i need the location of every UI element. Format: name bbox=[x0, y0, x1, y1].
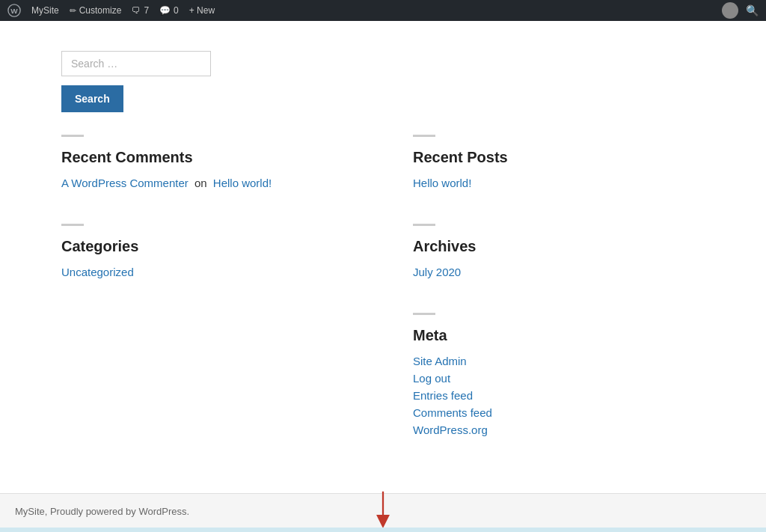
archives-title: Archives bbox=[413, 238, 705, 255]
comment-post-link[interactable]: Hello world! bbox=[213, 177, 272, 189]
bottom-bar: Terms and Conditions bbox=[0, 528, 766, 532]
widget-columns: Recent Comments A WordPress Commenter on… bbox=[61, 135, 705, 448]
recent-posts-title: Recent Posts bbox=[413, 149, 705, 166]
meta-link-2[interactable]: Entries feed bbox=[413, 389, 705, 402]
recent-post-link-0[interactable]: Hello world! bbox=[413, 177, 705, 189]
widget-divider-archives bbox=[413, 224, 435, 226]
meta-link-0[interactable]: Site Admin bbox=[413, 355, 705, 367]
meta-link-1[interactable]: Log out bbox=[413, 372, 705, 385]
search-icon[interactable]: 🔍 bbox=[746, 4, 759, 16]
admin-bar-comments[interactable]: 🗨 7 bbox=[132, 5, 149, 16]
admin-bar-wp-logo[interactable]: W bbox=[7, 4, 21, 17]
admin-bar-customize[interactable]: ✏ Customize bbox=[70, 5, 122, 16]
category-link-0[interactable]: Uncategorized bbox=[61, 266, 353, 278]
comment-entry: A WordPress Commenter on Hello world! bbox=[61, 177, 353, 189]
widget-divider-meta bbox=[413, 313, 435, 315]
search-input[interactable] bbox=[61, 51, 211, 76]
widget-divider-posts bbox=[413, 135, 435, 137]
arrow-icon bbox=[368, 490, 398, 528]
recent-posts-widget: Recent Posts Hello world! bbox=[413, 135, 705, 194]
search-button[interactable]: Search bbox=[61, 85, 123, 112]
arrow-annotation bbox=[368, 490, 398, 528]
admin-bar: W MySite ✏ Customize 🗨 7 💬 0 + New 🔍 bbox=[0, 0, 766, 21]
widget-divider-categories bbox=[61, 224, 84, 226]
footer-credit: MySite, Proudly powered by WordPress. bbox=[15, 506, 189, 517]
empty-widget bbox=[61, 313, 353, 441]
page-wrapper: Search Recent Comments A WordPress Comme… bbox=[0, 21, 766, 532]
meta-link-4[interactable]: WordPress.org bbox=[413, 424, 705, 436]
search-widget: Search bbox=[61, 51, 705, 112]
recent-comments-title: Recent Comments bbox=[61, 149, 353, 166]
on-text: on bbox=[194, 177, 207, 189]
meta-widget: Meta Site Admin Log out Entries feed Com… bbox=[413, 313, 705, 441]
archives-widget: Archives July 2020 bbox=[413, 224, 705, 283]
admin-bar-messages[interactable]: 💬 0 bbox=[159, 5, 179, 16]
main-content: Search Recent Comments A WordPress Comme… bbox=[46, 21, 720, 493]
categories-title: Categories bbox=[61, 238, 353, 255]
admin-bar-new[interactable]: + New bbox=[189, 5, 215, 16]
svg-text:W: W bbox=[10, 7, 18, 15]
admin-bar-right: 🔍 bbox=[722, 2, 759, 19]
meta-link-3[interactable]: Comments feed bbox=[413, 406, 705, 419]
admin-bar-site-name[interactable]: MySite bbox=[31, 5, 59, 16]
meta-title: Meta bbox=[413, 327, 705, 344]
commenter-link[interactable]: A WordPress Commenter bbox=[61, 177, 189, 189]
widget-divider bbox=[61, 135, 84, 137]
recent-comments-widget: Recent Comments A WordPress Commenter on… bbox=[61, 135, 353, 194]
admin-bar-avatar[interactable] bbox=[722, 2, 738, 19]
categories-widget: Categories Uncategorized bbox=[61, 224, 353, 283]
archive-link-0[interactable]: July 2020 bbox=[413, 266, 705, 278]
